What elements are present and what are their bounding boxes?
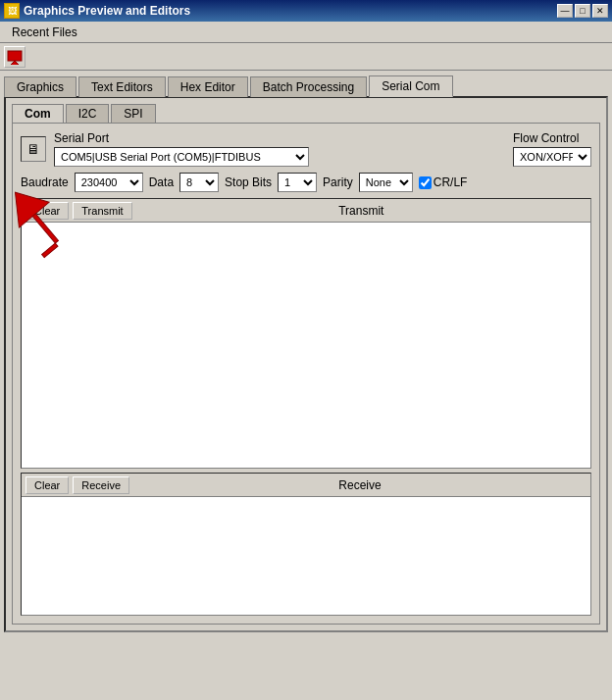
- menu-recent-files[interactable]: Recent Files: [4, 24, 85, 41]
- com-panel: 🖥 Serial Port COM5|USB Serial Port (COM5…: [12, 123, 600, 625]
- receive-label: Receive: [133, 478, 586, 492]
- port-icon: 🖥: [21, 136, 46, 162]
- tab-i2c[interactable]: I2C: [66, 104, 110, 123]
- toolbar: [0, 43, 612, 71]
- serial-port-select[interactable]: COM5|USB Serial Port (COM5)|FTDIBUS: [54, 147, 309, 167]
- inner-tab-strip: Com I2C SPI: [12, 104, 600, 123]
- crlf-checkbox[interactable]: [419, 176, 432, 189]
- receive-button[interactable]: Receive: [73, 476, 129, 494]
- crlf-row: CR/LF: [419, 175, 468, 189]
- config-row: Baudrate 230400 Data 8 Stop Bits 1 Parit…: [21, 173, 591, 192]
- tab-batch-processing[interactable]: Batch Processing: [250, 76, 367, 97]
- tab-serial-com[interactable]: Serial Com: [369, 75, 452, 97]
- baudrate-label: Baudrate: [21, 175, 69, 189]
- toolbar-icon: [7, 49, 23, 65]
- data-select[interactable]: 8: [179, 173, 219, 192]
- stop-bits-select[interactable]: 1: [278, 173, 317, 192]
- window-title: Graphics Preview and Editors: [24, 4, 190, 18]
- tab-graphics[interactable]: Graphics: [4, 76, 76, 97]
- receive-clear-button[interactable]: Clear: [26, 476, 69, 494]
- app-icon: 🖼: [4, 3, 20, 19]
- transmit-button[interactable]: Transmit: [73, 202, 131, 220]
- baudrate-select[interactable]: 230400: [75, 173, 143, 192]
- serial-port-row: 🖥 Serial Port COM5|USB Serial Port (COM5…: [21, 131, 591, 167]
- serial-port-group: Serial Port COM5|USB Serial Port (COM5)|…: [54, 131, 505, 167]
- crlf-label: CR/LF: [434, 175, 468, 189]
- transmit-label: Transmit: [136, 204, 586, 218]
- parity-select[interactable]: None: [359, 173, 413, 192]
- title-bar: 🖼 Graphics Preview and Editors — □ ✕: [0, 0, 612, 22]
- tab-spi[interactable]: SPI: [111, 104, 155, 123]
- parity-label: Parity: [323, 175, 353, 189]
- menu-bar: Recent Files: [0, 22, 612, 43]
- tab-hex-editor[interactable]: Hex Editor: [168, 76, 248, 97]
- top-tab-strip: Graphics Text Editors Hex Editor Batch P…: [0, 71, 612, 96]
- flow-control-group: Flow Control XON/XOFF: [513, 131, 591, 167]
- tab-com[interactable]: Com: [12, 104, 64, 123]
- data-label: Data: [149, 175, 174, 189]
- flow-control-select[interactable]: XON/XOFF: [513, 147, 591, 167]
- tab-text-editors[interactable]: Text Editors: [78, 76, 166, 97]
- stop-bits-label: Stop Bits: [225, 175, 272, 189]
- transmit-section: Clear Transmit Transmit: [21, 198, 591, 469]
- toolbar-icon-btn[interactable]: [4, 46, 26, 68]
- minimize-button[interactable]: —: [557, 4, 573, 18]
- transmit-body[interactable]: [22, 223, 590, 468]
- flow-control-label: Flow Control: [513, 131, 591, 145]
- main-content: Com I2C SPI 🖥 Serial Port COM5|USB Seria…: [4, 96, 608, 632]
- receive-body: [22, 497, 590, 615]
- close-button[interactable]: ✕: [592, 4, 608, 18]
- receive-section: Clear Receive Receive: [21, 473, 591, 616]
- transmit-toolbar: Clear Transmit Transmit: [22, 199, 590, 223]
- serial-port-label: Serial Port: [54, 131, 505, 145]
- svg-rect-0: [8, 51, 22, 61]
- maximize-button[interactable]: □: [575, 4, 590, 18]
- svg-marker-1: [9, 61, 21, 65]
- window-controls: — □ ✕: [557, 4, 608, 18]
- receive-toolbar: Clear Receive Receive: [22, 474, 590, 497]
- transmit-clear-button[interactable]: Clear: [26, 202, 69, 220]
